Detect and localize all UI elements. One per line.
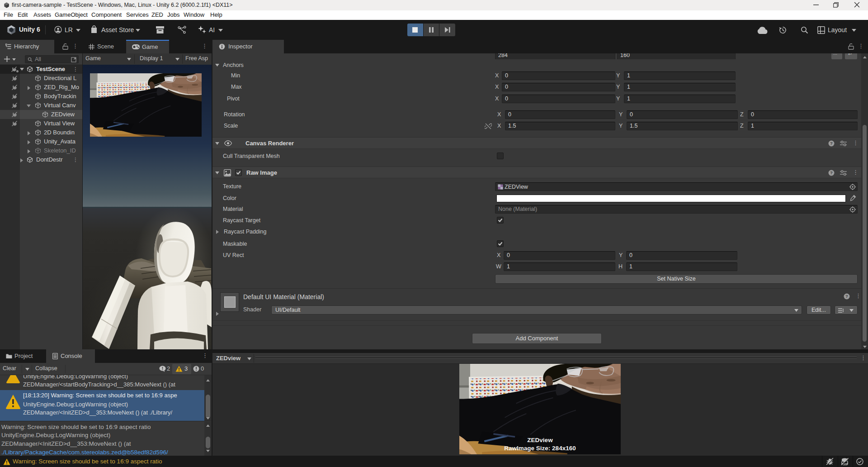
svg-text:?: ? [830, 141, 833, 146]
svg-text:?: ? [830, 170, 833, 175]
svg-text:?: ? [845, 294, 848, 299]
